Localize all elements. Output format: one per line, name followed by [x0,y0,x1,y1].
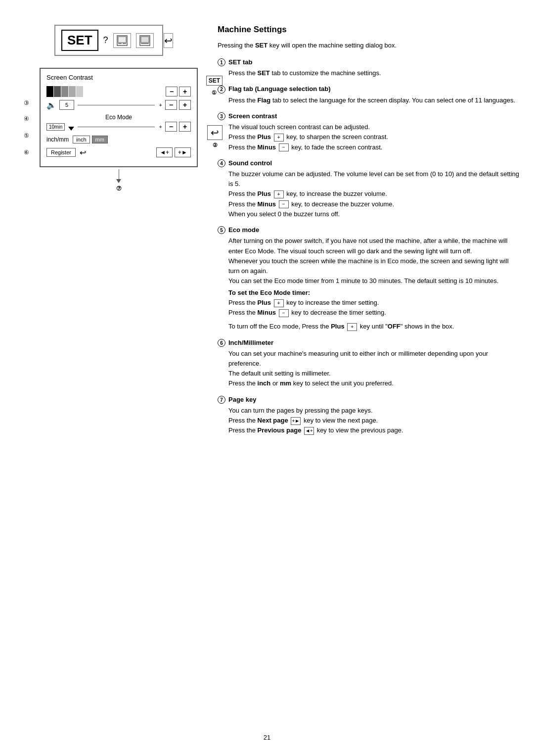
icon1 [113,33,131,48]
prev-page-icon: ◄+ [304,427,314,435]
svg-rect-5 [141,37,149,43]
eco-dash [78,127,154,127]
circle-3: ③ [24,95,29,111]
screen-contrast-body: The visual touch screen contrast can be … [228,122,519,152]
flag-tab-heading-text: Flag tab (Language selection tab) [228,85,331,93]
sound-control-heading-text: Sound control [228,159,272,167]
set-callout-label: SET [206,76,222,86]
circle-1: 1 [218,58,225,66]
cb-5 [76,86,83,97]
eco-triangle [68,127,74,131]
sound-control-heading: 4 Sound control [218,159,519,168]
eco-mode-body: After turning on the power switch, if yo… [228,236,519,286]
panel-right-callouts: SET ① [206,76,222,96]
circle-6: ⑥ [24,144,29,160]
set-tab-body: Press the SET tab to customize the machi… [228,68,519,78]
page-key-heading-text: Page key [228,396,256,403]
inch-mm-heading: 6 Inch/Millimeter [218,339,519,347]
contrast-blocks [46,86,83,97]
inch-mm-heading-text: Inch/Millimeter [228,339,273,346]
circle-7: ⑦ [116,185,122,192]
eco-mode-heading-text: Eco mode [228,226,259,234]
eco-plus-btn[interactable]: + [179,122,191,132]
settings-panel: Screen Contrast − + 🔈 [40,68,198,167]
eco-mode-heading: 5 Eco mode [218,226,519,235]
eco-timer-body: Press the Plus + key to increase the tim… [228,298,519,318]
cb-4 [69,86,76,97]
nav-prev-btn[interactable]: ◄+ [156,147,173,157]
contrast-minus-btn[interactable]: − [166,87,178,96]
eco-mode-label: Eco Mode [46,114,191,121]
callout-1-label: ① [212,90,217,96]
plus-icon-5b: + [347,323,357,331]
return-icon-right: ↩ [207,125,222,140]
right-column: Machine Settings Pressing the SET key wi… [218,20,519,736]
sound-row: 🔈 5 + − + [46,100,191,110]
cb-1 [46,86,53,97]
sound-value: 5 [59,100,74,110]
page-title: Machine Settings [218,25,519,35]
circle-numbers: ③ ④ ⑤ ⑥ [24,68,29,160]
minus-icon-5: − [279,309,289,317]
contrast-row: − + [46,86,191,97]
inchmm-label: inch/mm [46,136,69,143]
sound-control-body: The buzzer volume can be adjusted. The v… [228,169,519,219]
inch-btn[interactable]: inch [73,136,89,143]
circle-3-r: 3 [218,112,225,120]
screen-contrast-heading: 3 Screen contrast [218,112,519,121]
section-sound-control: 4 Sound control The buzzer volume can be… [218,159,519,219]
cb-3 [61,86,68,97]
return-icon-panel[interactable]: ↩ [80,148,86,157]
set-tab-heading-text: SET tab [228,58,252,66]
return-icon-toolbar[interactable]: ↩ [164,33,173,48]
return-callout: ↩ ② [207,125,222,148]
sound-dash [78,105,155,105]
speaker-icon: 🔈 [46,100,56,110]
arrow-line [119,169,119,179]
section-inch-mm: 6 Inch/Millimeter You can set your machi… [218,339,519,389]
question-mark-icon: ? [103,33,108,48]
section-screen-contrast: 3 Screen contrast The visual touch scree… [218,112,519,152]
flag-tab-body: Press the Flag tab to select the languag… [228,95,519,105]
circle-6-r: 6 [218,339,225,347]
eco-minus-btn[interactable]: − [165,122,177,132]
arrow-head [116,179,121,183]
minus-icon-3: − [279,143,289,151]
eco-value: 10min [46,123,65,131]
plus-icon-4: + [274,190,284,198]
left-column: SET ? ↩ ③ ④ ⑤ ⑥ Screen Contrast [15,20,203,736]
eco-timer-sub-heading: To set the Eco Mode timer: [228,289,519,296]
circle-5: ⑤ [24,127,29,144]
sound-minus-btn[interactable]: − [165,100,177,110]
screen-contrast-heading-text: Screen contrast [228,112,277,120]
icon2 [136,33,154,48]
circle-5-r: 5 [218,226,225,234]
page-key-heading: 7 Page key [218,396,519,404]
mm-btn[interactable]: mm [92,136,108,143]
section-set-tab: 1 SET tab Press the SET tab to customize… [218,58,519,79]
intro-text: Pressing the SET key will open the machi… [218,41,519,50]
set-tab-heading: 1 SET tab [218,58,519,67]
sound-plus-btn[interactable]: + [179,100,191,110]
panel-title: Screen Contrast [46,74,191,81]
section-page-key: 7 Page key You can turn the pages by pre… [218,396,519,436]
register-btn[interactable]: Register [46,148,76,157]
register-row: Register ↩ ◄+ +► [46,147,191,157]
eco-off-body: To turn off the Eco mode, Press the Plus… [228,322,519,331]
minus-icon-4: − [279,200,289,208]
eco-row: 10min + − + [46,122,191,132]
circle-7-r: 7 [218,396,225,404]
callout-2-label: ② [213,142,218,148]
settings-panel-wrapper: ③ ④ ⑤ ⑥ Screen Contrast [40,68,198,192]
plus-icon-3: + [274,134,284,142]
contrast-plus-btn[interactable]: + [179,87,191,96]
inchmm-row: inch/mm inch mm [46,136,191,143]
nav-next-btn[interactable]: +► [175,147,191,157]
inch-mm-body: You can set your machine's measuring uni… [228,349,519,389]
intro-bold-set: SET [255,42,267,49]
set-toolbar: SET ? ↩ [54,25,163,56]
flag-tab-heading: 2 Flag tab (Language selection tab) [218,85,519,94]
arrow-down-wrapper: ⑦ [40,169,198,192]
circle-4: ④ [24,111,29,127]
page-number: 21 [264,734,270,741]
